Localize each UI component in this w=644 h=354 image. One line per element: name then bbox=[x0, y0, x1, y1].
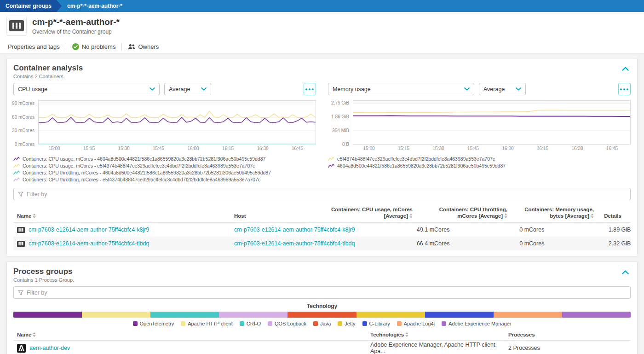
containers-table: NameHostContainers: CPU usage, mCores[Av… bbox=[13, 206, 631, 250]
tab-properties-and-tags[interactable]: Properties and tags bbox=[2, 43, 66, 51]
chevron-up-icon bbox=[622, 67, 629, 71]
y-axis-tick: 60 mCores bbox=[12, 115, 34, 120]
x-axis-tick: 16:45 bbox=[292, 146, 303, 151]
entity-header: cm-p*-*-aem-author-* Overview of the Con… bbox=[0, 12, 644, 40]
tab-owners[interactable]: Owners bbox=[121, 43, 165, 51]
container-icon bbox=[17, 227, 25, 233]
column-header[interactable]: Containers: CPU throttling,mCores [Avera… bbox=[417, 206, 507, 219]
collapse-section-button[interactable] bbox=[620, 64, 631, 74]
sort-icon[interactable] bbox=[504, 214, 507, 218]
x-axis-tick: 15:00 bbox=[363, 146, 375, 151]
x-axis-labels: 15:0015:1515:3015:4516:0016:1516:3016:45 bbox=[353, 145, 631, 152]
host-link[interactable]: cm-p7603-e12614-aem-author-75ff4cbfc4-k8… bbox=[234, 226, 355, 233]
technology-segment[interactable] bbox=[219, 312, 288, 318]
technology-segment[interactable] bbox=[425, 312, 494, 318]
chart-more-button[interactable]: ●●● bbox=[618, 83, 631, 95]
legend-line-icon bbox=[13, 157, 20, 162]
technology-legend-item: Java bbox=[313, 321, 331, 326]
legend-swatch bbox=[338, 321, 342, 326]
container-analysis-panel: Container analysis Contains 2 Containers… bbox=[6, 58, 638, 256]
legend-item[interactable]: Containers: CPU throttling, mCores - e5f… bbox=[13, 176, 316, 183]
legend-swatch bbox=[133, 321, 138, 326]
technology-segment[interactable] bbox=[494, 312, 562, 318]
chevron-down-icon bbox=[201, 87, 207, 91]
aggregation-select[interactable]: Average bbox=[164, 83, 211, 95]
column-header[interactable]: Containers: Memory usage,bytes [Average] bbox=[512, 206, 594, 219]
x-axis-tick: 16:15 bbox=[537, 146, 548, 151]
table-row: cm-p7603-e12614-aem-author-75ff4cbfc4-tl… bbox=[13, 237, 631, 250]
legend-item[interactable]: 4604a8d500e44821f586c1a86559820a3c28bb72… bbox=[328, 162, 631, 169]
y-axis-tick: 90 mCores bbox=[12, 101, 34, 106]
process-groups-filter-input[interactable] bbox=[27, 290, 626, 296]
container-link[interactable]: cm-p7603-e12614-aem-author-75ff4cbfc4-tl… bbox=[29, 240, 149, 247]
sort-icon[interactable] bbox=[405, 332, 408, 337]
sort-icon[interactable] bbox=[33, 214, 36, 218]
legend-item[interactable]: Containers: CPU throttling, mCores - 460… bbox=[13, 169, 316, 176]
x-axis-tick: 16:15 bbox=[222, 146, 234, 151]
technology-segment[interactable] bbox=[150, 312, 219, 318]
metric-select[interactable]: CPU usage bbox=[13, 83, 160, 95]
legend-label: Jetty bbox=[345, 321, 355, 326]
technology-segment[interactable] bbox=[13, 312, 82, 318]
people-icon bbox=[128, 44, 135, 50]
column-header[interactable]: Name bbox=[17, 213, 230, 219]
legend-swatch bbox=[181, 321, 185, 326]
memory-usage-chart: Memory usage Average ●●● 0 B954 MiB1.86 … bbox=[328, 83, 631, 183]
chart-legend: Containers: CPU usage, mCores - 4604a8d5… bbox=[13, 156, 316, 183]
collapse-section-button[interactable] bbox=[620, 267, 631, 277]
tab-label: No problems bbox=[82, 43, 116, 50]
legend-swatch bbox=[362, 321, 367, 326]
aggregation-select-value: Average bbox=[483, 86, 505, 93]
technology-segment[interactable] bbox=[82, 312, 150, 318]
details-expander[interactable] bbox=[635, 226, 644, 233]
sort-icon[interactable] bbox=[591, 214, 594, 218]
column-header[interactable]: Technologies bbox=[370, 332, 504, 337]
legend-label: Adobe Experience Manager bbox=[448, 321, 511, 326]
sort-icon[interactable] bbox=[33, 332, 36, 337]
check-circle-icon bbox=[72, 43, 79, 50]
sort-icon[interactable] bbox=[409, 214, 413, 218]
aggregation-select[interactable]: Average bbox=[479, 83, 526, 95]
page: Container groups cm-p*-*-aem-author-* cm… bbox=[0, 0, 644, 354]
column-header: Host bbox=[234, 213, 318, 219]
legend-label: Apache HTTP client bbox=[188, 321, 233, 326]
y-axis-labels: 0 B954 MiB1.86 GiB2.79 GiB bbox=[328, 100, 353, 145]
details-expander[interactable] bbox=[635, 240, 644, 247]
container-link[interactable]: cm-p7603-e12614-aem-author-75ff4cbfc4-k8… bbox=[29, 226, 149, 233]
tab-no-problems[interactable]: No problems bbox=[66, 43, 122, 51]
chart-series-line bbox=[39, 111, 316, 117]
breadcrumb-current-label: cm-p*-*-aem-author-* bbox=[67, 3, 122, 9]
chevron-down-icon bbox=[516, 87, 521, 91]
chart-series-line bbox=[353, 116, 630, 116]
aggregation-select-value: Average bbox=[169, 86, 190, 93]
x-axis-tick: 16:00 bbox=[188, 146, 199, 151]
y-axis-tick: 0 mCores bbox=[15, 142, 34, 147]
column-header: Details bbox=[598, 213, 627, 219]
technology-legend-item: Jetty bbox=[338, 321, 355, 326]
legend-swatch bbox=[397, 321, 402, 326]
column-header[interactable]: Name bbox=[17, 332, 366, 337]
metric-select[interactable]: Memory usage bbox=[328, 83, 474, 95]
adobe-icon bbox=[17, 344, 26, 353]
host-link[interactable]: cm-p7603-e12614-aem-author-75ff4cbfc4-tl… bbox=[234, 240, 355, 247]
technology-segment[interactable] bbox=[562, 312, 631, 318]
process-groups-table-header: NameTechnologiesProcesses bbox=[13, 332, 631, 341]
column-header[interactable]: Containers: CPU usage, mCores[Average] bbox=[322, 206, 413, 219]
technology-segment[interactable] bbox=[288, 312, 356, 318]
chart-series-line bbox=[353, 110, 630, 113]
breadcrumb-container-groups[interactable]: Container groups bbox=[0, 0, 62, 12]
technology-segment[interactable] bbox=[356, 312, 425, 318]
section-title: Process groups bbox=[13, 267, 74, 276]
legend-label: Containers: CPU usage, mCores - e5f4374b… bbox=[23, 162, 255, 169]
page-subtitle: Overview of the Container group bbox=[32, 29, 120, 35]
legend-item[interactable]: Containers: CPU usage, mCores - e5f4374b… bbox=[13, 162, 316, 169]
containers-filter-input[interactable] bbox=[27, 191, 626, 197]
legend-item[interactable]: e5f4374b488f47ce329acffefcc3c4dbd7f2f2bd… bbox=[328, 156, 631, 162]
filter-funnel-icon bbox=[18, 192, 23, 197]
x-axis-tick: 15:15 bbox=[83, 146, 95, 151]
x-axis-tick: 16:30 bbox=[257, 146, 269, 151]
process-group-link[interactable]: aem-author-dev bbox=[29, 345, 70, 351]
legend-label: Containers: CPU throttling, mCores - 460… bbox=[23, 169, 271, 176]
legend-item[interactable]: Containers: CPU usage, mCores - 4604a8d5… bbox=[13, 156, 316, 162]
chart-more-button[interactable]: ●●● bbox=[304, 83, 316, 95]
